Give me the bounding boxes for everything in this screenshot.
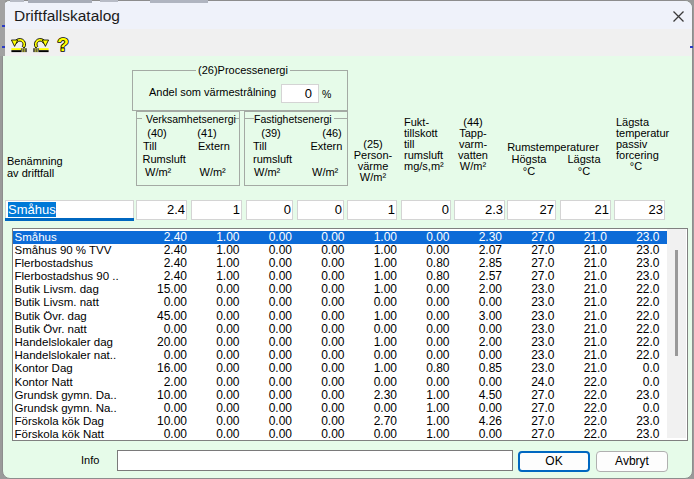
svg-text:?: ? [57,34,69,55]
